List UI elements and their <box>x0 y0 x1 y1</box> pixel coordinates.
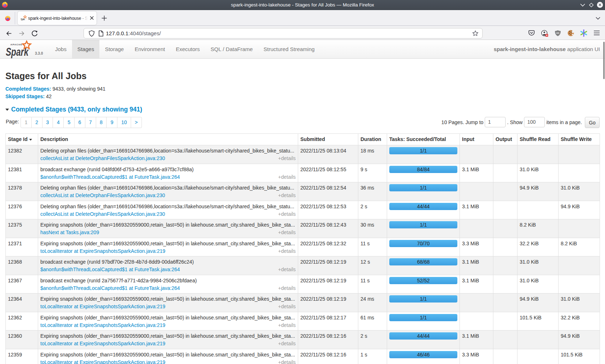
svg-text:APACHE: APACHE <box>10 43 22 46</box>
svg-text:UO: UO <box>556 32 559 34</box>
